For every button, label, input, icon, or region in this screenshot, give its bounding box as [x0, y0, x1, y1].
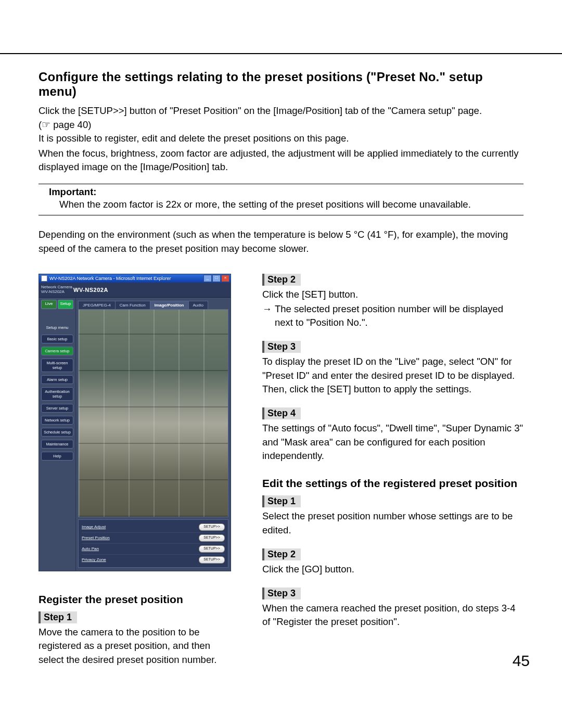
sidebar-item[interactable]: Schedule setup — [41, 428, 73, 437]
register-step4: Step 4 The settings of "Auto focus", "Dw… — [262, 407, 523, 463]
window-title: WV-NS202A Network Camera - Microsoft Int… — [49, 276, 171, 281]
edit-step2: Step 2 Click the [GO] button. — [262, 548, 523, 576]
step-text: The settings of "Auto focus", "Dwell tim… — [262, 422, 523, 463]
row-label: Privacy Zone — [82, 557, 199, 562]
sidebar-item[interactable]: Network setup — [41, 416, 73, 425]
intro-pageref: (☞ page 40) — [39, 119, 523, 131]
register-step3: Step 3 To display the preset ID on the "… — [262, 341, 523, 396]
setup-button[interactable]: SETUP>> — [199, 556, 225, 564]
two-column-layout: WV-NS202A Network Camera - Microsoft Int… — [39, 274, 523, 678]
app-header: Network Camera WV-NS202A WV-NS202A — [39, 283, 231, 298]
tab[interactable]: Audio — [188, 301, 208, 309]
step-label: Step 1 — [262, 495, 301, 507]
step-label: Step 2 — [262, 274, 301, 286]
step-label: Step 3 — [262, 587, 301, 599]
sidebar-item[interactable]: Alarm setup — [41, 375, 73, 384]
sidebar-item[interactable]: Authentication setup — [41, 387, 73, 401]
brand-line2: WV-NS202A — [41, 290, 73, 295]
mode-switch: Live Setup — [41, 300, 73, 309]
ie-icon — [41, 275, 47, 282]
setup-button[interactable]: SETUP>> — [199, 523, 225, 531]
step-text: When the camera reached the preset posit… — [262, 602, 523, 629]
page-number: 45 — [513, 652, 530, 670]
minimize-button[interactable]: _ — [203, 275, 212, 282]
tab-bar: JPEG/MPEG-4Cam FunctionImage/PositionAud… — [78, 301, 231, 309]
sidebar-item[interactable]: Camera setup — [41, 347, 73, 355]
maximize-button[interactable]: □ — [212, 275, 221, 282]
window-titlebar: WV-NS202A Network Camera - Microsoft Int… — [39, 274, 231, 283]
setup-button[interactable]: SETUP>> — [199, 545, 225, 553]
step-text: To display the preset ID on the "Live" p… — [262, 355, 523, 396]
step-label: Step 4 — [262, 407, 301, 419]
sidebar-item[interactable]: Maintenance — [41, 440, 73, 449]
close-button[interactable]: × — [221, 275, 229, 282]
step-text: Move the camera to the position to be re… — [39, 625, 236, 667]
settings-row: Auto PanSETUP>> — [82, 544, 225, 555]
sidebar-item[interactable]: Server setup — [41, 404, 73, 413]
settings-list: Image AdjustSETUP>>Preset PositionSETUP>… — [78, 519, 228, 568]
sidebar-item[interactable]: Multi-screen setup — [41, 359, 73, 372]
result-text: The selected preset position number will… — [275, 302, 523, 330]
main-panel: JPEG/MPEG-4Cam FunctionImage/PositionAud… — [76, 298, 231, 571]
intro-p2: It is possible to register, edit and del… — [39, 132, 523, 146]
arrow-icon: → — [262, 302, 275, 330]
step-result: → The selected preset position number wi… — [262, 302, 523, 330]
left-column: WV-NS202A Network Camera - Microsoft Int… — [39, 274, 236, 678]
tab[interactable]: Image/Position — [150, 301, 189, 309]
page-content: Configure the settings relating to the p… — [39, 70, 523, 678]
settings-row: Image AdjustSETUP>> — [82, 522, 225, 533]
step-label: Step 2 — [262, 548, 301, 560]
brand-block: Network Camera WV-NS202A — [39, 285, 73, 295]
sidebar: Live Setup Setup menu Basic setupCamera … — [39, 298, 76, 571]
tab[interactable]: Cam Function — [115, 301, 150, 309]
important-box: Important: When the zoom factor is 22x o… — [39, 184, 523, 215]
settings-row: Preset PositionSETUP>> — [82, 533, 225, 544]
edit-step3: Step 3 When the camera reached the prese… — [262, 587, 523, 629]
step-text: Select the preset position number whose … — [262, 509, 523, 537]
app-body: Live Setup Setup menu Basic setupCamera … — [39, 298, 231, 571]
important-text: When the zoom factor is 22x or more, the… — [59, 198, 518, 212]
intro-p3: When the focus, brightness, zoom factor … — [39, 147, 523, 175]
important-label: Important: — [49, 186, 523, 198]
right-column: Step 2 Click the [SET] button. → The sel… — [262, 274, 523, 678]
register-step1: Step 1 Move the camera to the position t… — [39, 611, 236, 667]
register-heading: Register the preset position — [39, 592, 236, 606]
step-text: Click the [GO] button. — [262, 563, 523, 576]
sidebar-item[interactable]: Basic setup — [41, 335, 73, 343]
step-text: Click the [SET] button. — [262, 288, 523, 301]
camera-preview — [78, 309, 228, 517]
setup-menu-title: Setup menu — [46, 325, 68, 330]
live-button[interactable]: Live — [41, 300, 57, 309]
model-label: WV-NS202A — [73, 287, 108, 293]
settings-row: Privacy ZoneSETUP>> — [82, 555, 225, 565]
camera-ui-screenshot: WV-NS202A Network Camera - Microsoft Int… — [39, 274, 231, 571]
setup-button[interactable]: SETUP>> — [199, 534, 225, 542]
page-title: Configure the settings relating to the p… — [39, 70, 523, 99]
setup-button[interactable]: Setup — [58, 300, 73, 309]
sidebar-item[interactable]: Help — [41, 452, 73, 461]
edit-step1: Step 1 Select the preset position number… — [262, 495, 523, 537]
edit-heading: Edit the settings of the registered pres… — [262, 476, 523, 490]
register-step2: Step 2 Click the [SET] button. → The sel… — [262, 274, 523, 330]
tab[interactable]: JPEG/MPEG-4 — [78, 301, 116, 309]
environment-note: Depending on the environment (such as wh… — [39, 228, 523, 256]
row-label: Preset Position — [82, 535, 199, 540]
step-label: Step 3 — [262, 341, 301, 353]
row-label: Image Adjust — [82, 525, 199, 529]
intro-p1: Click the [SETUP>>] button of "Preset Po… — [39, 104, 523, 118]
step-label: Step 1 — [39, 611, 77, 623]
row-label: Auto Pan — [82, 546, 199, 551]
top-rule — [0, 53, 562, 54]
